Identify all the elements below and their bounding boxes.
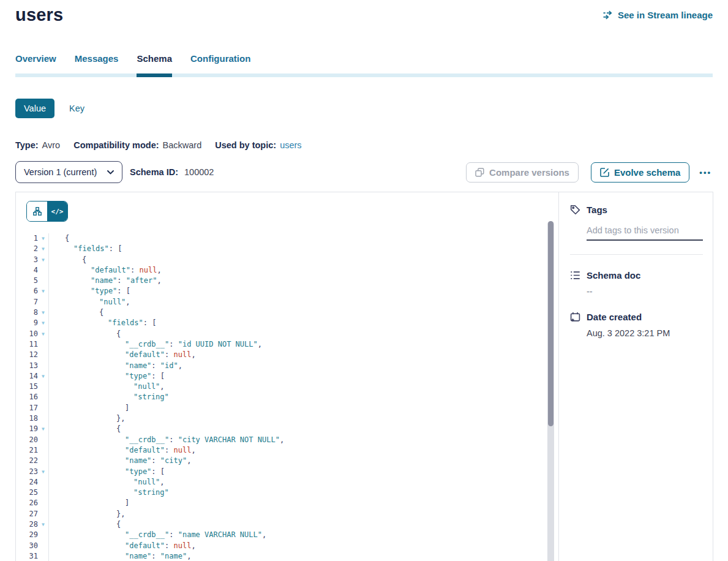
tab-bar: Overview Messages Schema Configuration [15, 53, 713, 73]
line-number: 22 [16, 456, 38, 466]
editor-view-toggle: </> [26, 201, 68, 222]
line-number: 3 [16, 255, 38, 265]
tree-view-button[interactable] [27, 201, 47, 221]
lineage-link-label: See in Stream lineage [618, 10, 713, 20]
fold-toggle-icon[interactable]: ▼ [38, 286, 48, 296]
calendar-plus-icon [570, 312, 580, 322]
line-number: 28 [16, 519, 38, 530]
scrollbar-thumb[interactable] [548, 221, 554, 426]
more-options-button[interactable]: ••• [698, 165, 713, 179]
schema-panel: </> 1▼2▼3▼456▼78▼9▼10▼11121314▼151617181… [15, 192, 713, 561]
tags-title: Tags [587, 205, 607, 215]
fold-spacer [38, 297, 48, 307]
fold-toggle-icon[interactable]: ▼ [38, 307, 48, 318]
fold-spacer [38, 276, 48, 286]
schema-meta-row: Type: Avro Compatibility mode: Backward … [15, 140, 713, 150]
line-number: 1 [16, 233, 38, 244]
line-number: 25 [16, 488, 38, 498]
fold-spacer [38, 265, 48, 276]
see-in-stream-lineage-link[interactable]: See in Stream lineage [602, 10, 713, 20]
tags-input[interactable] [587, 225, 703, 241]
code-line: ] [49, 403, 558, 413]
value-toggle-button[interactable]: Value [15, 99, 54, 118]
fold-toggle-icon[interactable]: ▼ [38, 467, 48, 477]
line-number: 14 [16, 371, 38, 382]
tags-section: Tags [570, 205, 703, 255]
schema-doc-value: -- [587, 287, 703, 296]
evolve-schema-label: Evolve schema [614, 167, 680, 178]
compatibility-label: Compatibility mode: [73, 140, 159, 150]
line-number: 26 [16, 498, 38, 508]
code-line: "type": [ [49, 286, 558, 296]
used-by-topic-link[interactable]: users [280, 140, 301, 150]
scrollbar-track[interactable] [547, 221, 554, 561]
value-key-toggle: Value Key [15, 99, 713, 118]
tab-messages[interactable]: Messages [75, 53, 119, 73]
fold-spacer [38, 392, 48, 402]
line-number: 21 [16, 445, 38, 456]
schema-doc-section: Schema doc -- [570, 270, 703, 296]
line-number: 8 [16, 307, 38, 318]
compare-versions-button[interactable]: Compare versions [466, 162, 579, 183]
date-created-section: Date created Aug. 3 2022 3:21 PM [570, 312, 703, 338]
fold-spacer [38, 403, 48, 413]
line-number: 12 [16, 350, 38, 360]
code-line: { [49, 329, 558, 339]
date-created-value: Aug. 3 2022 3:21 PM [587, 328, 703, 338]
fold-spacer [38, 445, 48, 456]
line-number: 4 [16, 265, 38, 276]
code-line: "type": [ [49, 371, 558, 382]
code-line: "string" [49, 488, 558, 498]
fold-toggle-icon[interactable]: ▼ [38, 519, 48, 530]
fold-toggle-icon[interactable]: ▼ [38, 318, 48, 328]
fold-toggle-icon[interactable]: ▼ [38, 255, 48, 265]
key-toggle-button[interactable]: Key [69, 104, 84, 113]
code-view-button[interactable]: </> [47, 201, 67, 221]
code-line: "name": "name", [49, 551, 558, 561]
code-editor[interactable]: 1▼2▼3▼456▼78▼9▼10▼11121314▼1516171819▼20… [16, 233, 558, 561]
code-icon: </> [51, 208, 64, 216]
fold-spacer [38, 350, 48, 360]
tab-overview[interactable]: Overview [15, 53, 56, 73]
line-number: 27 [16, 509, 38, 519]
line-number: 13 [16, 361, 38, 371]
used-by-topic-label: Used by topic: [215, 140, 276, 150]
fold-spacer [38, 530, 48, 540]
code-line: }, [49, 413, 558, 424]
code-line: "default": null, [49, 265, 558, 276]
section-divider [570, 254, 703, 255]
line-number: 5 [16, 276, 38, 286]
tab-configuration[interactable]: Configuration [190, 53, 250, 73]
code-line: }, [49, 509, 558, 519]
code-line: { [49, 255, 558, 265]
fold-spacer [38, 541, 48, 551]
fold-toggle-icon[interactable]: ▼ [38, 329, 48, 339]
tab-schema[interactable]: Schema [137, 53, 172, 73]
fold-spacer [38, 435, 48, 445]
copy-icon [475, 168, 484, 177]
code-line: { [49, 519, 558, 530]
code-line: "default": null, [49, 445, 558, 456]
page-title: users [15, 5, 63, 25]
tag-icon [570, 205, 580, 215]
line-number: 10 [16, 329, 38, 339]
line-number: 20 [16, 435, 38, 445]
line-number: 24 [16, 477, 38, 488]
line-number: 29 [16, 530, 38, 540]
tab-underline-bar [15, 73, 713, 77]
line-number: 31 [16, 551, 38, 561]
fold-toggle-icon[interactable]: ▼ [38, 371, 48, 382]
fold-spacer [38, 361, 48, 371]
fold-spacer [38, 509, 48, 519]
schema-id-value: 100002 [184, 167, 214, 177]
fold-spacer [38, 382, 48, 392]
line-number: 17 [16, 403, 38, 413]
evolve-schema-button[interactable]: Evolve schema [591, 162, 689, 183]
tree-view-icon [33, 207, 42, 216]
code-line: "null", [49, 477, 558, 488]
fold-toggle-icon[interactable]: ▼ [38, 233, 48, 244]
fold-toggle-icon[interactable]: ▼ [38, 244, 48, 254]
list-icon [570, 270, 580, 280]
fold-toggle-icon[interactable]: ▼ [38, 424, 48, 434]
version-select[interactable]: Version 1 (current) [15, 161, 122, 183]
